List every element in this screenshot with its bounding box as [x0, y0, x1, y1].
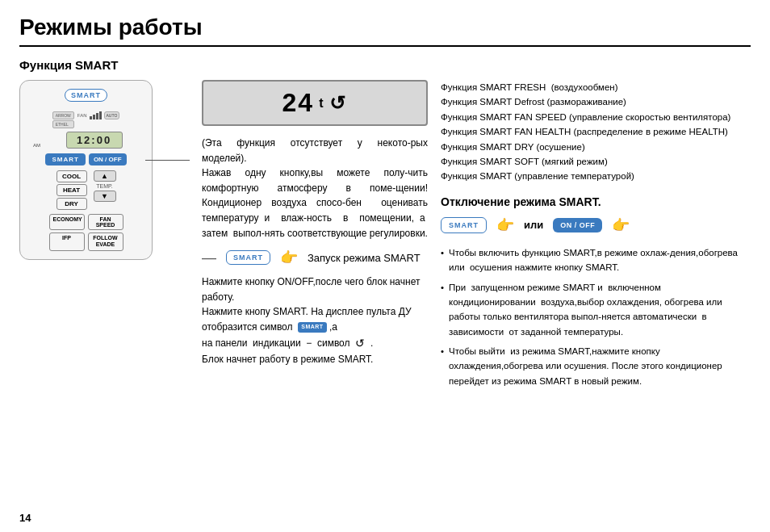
finger-icon-launch: 👉	[280, 249, 298, 266]
bullet-2: При запущенном режиме SMART и включенном…	[441, 280, 751, 340]
mid-text-2: Нажмите кнопку ON/OFF,после чего блок на…	[202, 274, 428, 367]
remote-am-label: AM	[33, 143, 40, 148]
remote-arrow-down-btn[interactable]: ▼	[94, 191, 116, 202]
feature-item-3: Функция SMART FAN SPEED (управление скор…	[441, 110, 751, 124]
remote-economy-btn[interactable]: ECONOMY	[49, 214, 85, 230]
finger-icon-smart: 👉	[496, 216, 514, 234]
display-temp: 24	[282, 88, 315, 118]
finger-icon-onoff: 👉	[612, 216, 630, 234]
remote-temp-label: TEMP.	[96, 183, 113, 189]
remote-fan-section: FAN AUTO	[77, 111, 119, 119]
feature-item-7: Функция SMART (управление температурой)	[441, 169, 751, 183]
display-panel: 24t ↺	[202, 80, 428, 126]
feature-item-5: Функция SMART DRY (осушение)	[441, 140, 751, 154]
middle-column: 24t ↺ (Эта функция отсутствует у некото-…	[202, 80, 428, 393]
onoff-badge: ON / OFF	[553, 218, 602, 232]
display-degree: t	[319, 96, 324, 111]
remote-smart-badge: SMART	[65, 89, 107, 102]
mid-text-1: (Эта функция отсутствует у некото-рых мо…	[202, 136, 428, 241]
smart-launch-text: Запуск режима SMART	[308, 252, 421, 264]
or-text: или	[524, 219, 543, 231]
feature-item-1: Функция SMART FRESH (воздухообмен)	[441, 80, 751, 94]
remote-cool-btn[interactable]: COOL	[56, 170, 87, 182]
smart-badge-disconnect: SMART	[441, 217, 487, 233]
remote-mode-row: COOL HEAT DRY ▲ TEMP. ▼	[27, 170, 145, 210]
smart-inline-badge: SMART	[298, 322, 326, 333]
bullet-3: Чтобы выйти из режима SMART,нажмите кноп…	[441, 344, 751, 388]
bullet-1: Чтобы включить функцию SMART,в режиме ох…	[441, 245, 751, 275]
page-title: Режимы работы	[19, 15, 751, 47]
connector-line	[145, 160, 190, 161]
feature-item-2: Функция SMART Defrost (размораживание)	[441, 94, 751, 109]
smart-launch-row: — SMART 👉 Запуск режима SMART	[202, 249, 428, 266]
remote-ifp-follow-row: IFP FOLLOWEVADE	[27, 232, 145, 251]
remote-ifp-btn[interactable]: IFP	[49, 232, 85, 251]
section2-title: Отключение режима SMART.	[441, 195, 751, 208]
or-row: SMART 👉 или ON / OFF 👉	[441, 216, 751, 234]
remote-control: SMART ARROW ETHEL FAN	[19, 80, 153, 260]
page-number: 14	[19, 512, 31, 524]
section1-title: Функция SMART	[19, 58, 751, 72]
arrow-right-icon: —	[202, 249, 216, 266]
remote-smart-btn[interactable]: SMART	[45, 153, 85, 165]
remote-heat-btn[interactable]: HEAT	[56, 184, 87, 196]
right-column: Функция SMART FRESH (воздухообмен) Функц…	[441, 80, 751, 393]
remote-follow-btn[interactable]: FOLLOWEVADE	[88, 232, 123, 251]
remote-arrow-up-btn[interactable]: ▲	[94, 170, 116, 182]
remote-fan-speed-btn[interactable]: FAN SPEED	[88, 214, 123, 230]
symbol-inline: ↺	[355, 337, 365, 350]
remote-time-display: 12:00	[66, 132, 123, 149]
remote-onoff-btn[interactable]: ON / OFF	[89, 153, 127, 165]
left-column: SMART ARROW ETHEL FAN	[19, 80, 189, 393]
display-symbol: ↺	[329, 92, 347, 115]
content-area: SMART ARROW ETHEL FAN	[19, 80, 751, 393]
feature-item-6: Функция SMART SOFT (мягкий режим)	[441, 154, 751, 169]
remote-economy-fanspeed-row: ECONOMY FAN SPEED	[27, 214, 145, 230]
feature-list: Функция SMART FRESH (воздухообмен) Функц…	[441, 80, 751, 184]
remote-fan-bars	[90, 111, 102, 119]
page-container: Режимы работы Функция SMART SMART ARROW …	[0, 0, 770, 532]
remote-auto-btn: AUTO	[104, 111, 120, 119]
remote-smart-onoff-row: SMART ON / OFF	[27, 153, 145, 165]
right-bullets: Чтобы включить функцию SMART,в режиме ох…	[441, 245, 751, 389]
remote-dry-btn[interactable]: DRY	[56, 198, 87, 210]
smart-launch-badge: SMART	[226, 250, 270, 265]
feature-item-4: Функция SMART FAN HEALTH (распределение …	[441, 124, 751, 139]
